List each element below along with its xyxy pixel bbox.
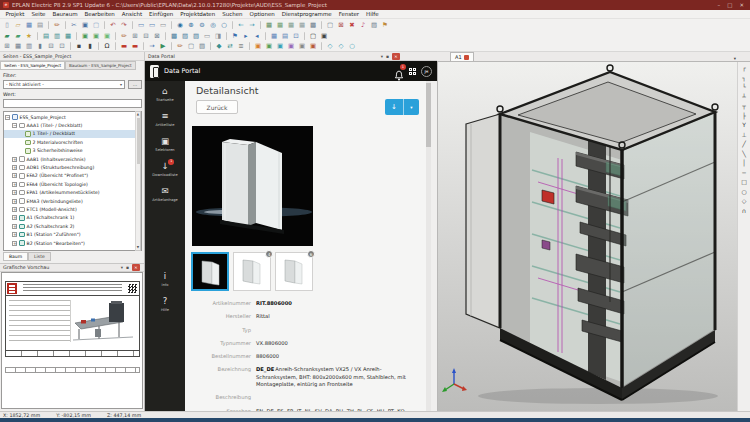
maximize-button[interactable]: □ [727,0,732,10]
expander-icon[interactable]: + [12,199,17,204]
expander-icon[interactable]: + [12,190,17,195]
grid-style-icon[interactable]: ▦ [13,41,23,51]
menu-item[interactable]: Einfügen [146,11,177,17]
prev-page-icon[interactable]: ◂ [252,31,262,41]
cube-purple-icon[interactable]: ▣ [286,41,296,51]
scroll-up-icon[interactable]: ▲ [136,112,140,117]
menu-item[interactable]: Suchen [219,11,246,17]
bookmark-icon[interactable]: ⚑ [230,31,240,41]
sidebar-item[interactable]: ? Hilfe [159,296,171,312]
sidebar-item[interactable]: ≡ Artikelliste [156,111,175,127]
tab-liste[interactable]: Liste [28,252,51,261]
dock-close-icon[interactable]: ✕ [132,264,140,271]
play-icon[interactable]: ▶ [158,41,168,51]
tree-item[interactable]: 1 Titel- / Deckblatt [4,130,141,138]
graphic-icon[interactable]: ⊡ [57,41,67,51]
tree-item[interactable]: + ADB1 (Strukturbeschreibung) [4,163,141,171]
tab-list-dropdown-icon[interactable]: ▾ [734,56,736,61]
menu-item[interactable]: Dienstprogramme [278,11,335,17]
dock-dropdown-icon[interactable]: ▾ [121,265,123,270]
redo-icon[interactable]: ↷ [119,20,129,30]
zoom-icon[interactable]: ◉ [175,20,185,30]
dock-pin-icon[interactable]: ▪ [386,54,389,59]
draw-tool-icon[interactable]: ┴ [740,93,749,101]
preview-panel-header[interactable]: Grafische Vorschau ▾ ▪ ✕ [0,263,144,272]
dark-window-icon[interactable]: ▢ [308,31,318,41]
flag-icon[interactable]: ⚑ [380,20,390,30]
expander-icon[interactable]: + [12,157,17,162]
close-window-icon[interactable]: ⊠ [336,20,346,30]
tree-item[interactable]: + EFA2 (Übersicht "Profinet") [4,172,141,180]
draw-tool-icon[interactable]: ┐ [740,74,749,82]
new-icon[interactable]: ▯ [2,20,12,30]
model-viewport[interactable] [437,62,737,411]
autoconnect-icon[interactable]: → [147,41,157,51]
sidebar-item[interactable]: ↓1 Downloadliste [152,161,177,177]
tree-item[interactable]: + EMA3 (Verbindungsliste) [4,197,141,205]
draw-tool-icon[interactable]: ∩ [740,207,749,215]
view-iso-icon[interactable]: ◇ [336,41,346,51]
menu-item[interactable]: Hilfe [363,11,383,17]
data-portal-dock-title[interactable]: Data Portal ▾ ▪ ✕ [145,52,437,61]
tree-item[interactable]: 2 Materialvorschriften [4,138,141,146]
table-icon[interactable]: ▥ [52,31,62,41]
cable-icon[interactable]: ▣ [102,31,112,41]
scroll-down-icon[interactable]: ▼ [136,245,140,250]
plc-icon[interactable]: ▦ [269,31,279,41]
scroll-thumb[interactable] [426,83,431,147]
window-icon[interactable]: ▢ [325,20,335,30]
zoom-window-icon[interactable]: ◎ [208,20,218,30]
next-page-icon[interactable]: ▸ [241,31,251,41]
wert-input[interactable] [3,99,142,108]
page-preview-icon[interactable]: ▭ [147,20,157,30]
favorites-icon[interactable]: ★ [24,31,34,41]
menu-item[interactable]: Projektdaten [177,11,219,17]
notifications-bell-icon[interactable]: 1 [394,66,404,77]
copy-icon[interactable]: ▣ [80,20,90,30]
tree-item[interactable]: − AAA1 (Titel- / Deckblatt) [4,121,141,129]
back-button[interactable]: Zurück [196,100,238,114]
open-icon[interactable]: ▱ [13,20,23,30]
minimize-button[interactable]: – [717,0,720,10]
expander-icon[interactable]: − [12,123,17,128]
draw-tool-icon[interactable]: ◇ [740,197,749,205]
zoom-out-icon[interactable]: ⊖ [197,20,207,30]
draw-tool-icon[interactable]: ─ [740,169,749,177]
sidebar-item[interactable]: ▣ Selektoren [155,136,174,152]
view-top-icon[interactable]: ○ [347,41,357,51]
dock-close-icon[interactable]: ✕ [392,53,400,60]
user-avatar[interactable]: JH [421,66,432,77]
layers-icon[interactable]: ▧ [191,31,201,41]
project-icon[interactable]: ▰ [2,31,12,41]
grid-4-icon[interactable]: ▦ [297,20,307,30]
menu-item[interactable]: Fenster [335,11,362,17]
cube-teal-icon[interactable]: ▣ [275,41,285,51]
expander-icon[interactable]: + [12,224,17,229]
menu-item[interactable]: Bauraum [49,11,81,17]
tree-scrollbar[interactable]: ▲ ▼ [135,111,141,251]
rect-icon[interactable]: ▢ [186,41,196,51]
zoom-in-icon[interactable]: ⊕ [186,20,196,30]
cut-icon[interactable]: ✂ [69,20,79,30]
draw-tool-icon[interactable]: └ [740,83,749,91]
tree-item[interactable]: + EFA4 (Übersicht Topologie) [4,180,141,188]
draw-tool-icon[interactable]: │ [740,159,749,167]
page-icon[interactable]: ▭ [136,20,146,30]
tree-item[interactable]: + A1 (Schaltschrank 1) [4,214,141,222]
expander-icon[interactable]: + [12,165,17,170]
grid-on-icon[interactable]: ⊞ [2,41,12,51]
tree-item[interactable]: 3 Sicherheitshinweise [4,147,141,155]
properties-icon[interactable]: ✏ [119,31,129,41]
paste-icon[interactable]: ▢ [91,20,101,30]
filter-more-button[interactable]: ... [128,80,142,89]
ruler-icon[interactable]: ▥ [24,41,34,51]
dock-pin-icon[interactable]: ▪ [126,265,129,270]
portal-scrollbar[interactable] [426,81,431,411]
edit-icon[interactable]: ✏ [52,20,62,30]
project-open-icon[interactable]: ▰ [13,31,23,41]
frame-icon[interactable]: ▭ [202,31,212,41]
page-close-icon[interactable]: ▭ [158,20,168,30]
expander-icon[interactable]: + [12,173,17,178]
draw-tool-icon[interactable]: ┬ [740,102,749,110]
expander-icon[interactable]: + [12,182,17,187]
